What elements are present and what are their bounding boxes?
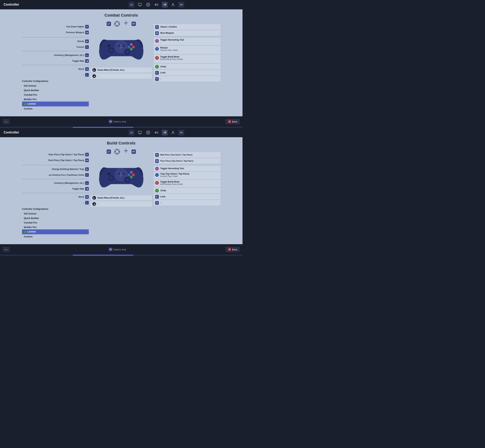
panel-1: Combat Controls Aim Down Sights LT Previ… [0,9,242,116]
nav-gamepad-icon[interactable] [162,2,168,8]
svg-text:A: A [131,176,132,178]
inventory-row-2: Inventory (Management, etc.) ▲ [22,181,89,186]
back-b-badge-2: B [228,248,231,251]
lt-badge-1: LT [85,25,89,29]
nav-sound-icon[interactable] [154,2,159,8]
bottom-gamepad-rows-2: ▶ Game Menu (Friends, etc.) ◀ - [91,195,152,208]
crouch-label: Crouch [76,46,84,48]
rt-trigger-icon-2: RT [131,150,136,154]
floor-piece-row: RB Floor Piece (Tap Select / Tap Place) [154,158,220,164]
r2-badge-2: R2 [155,201,159,205]
nav-gamepad-icon-2[interactable] [162,130,168,136]
config-list-2: Old School Quick Builder Combat Pro Buil… [22,211,89,239]
svg-text:Y: Y [131,44,132,45]
emote-label: Emote [77,40,84,43]
config-builder-pro-1[interactable]: Builder Pro [22,97,89,102]
toggle-harvest-label: Toggle Harvesting Tool [160,39,219,41]
svg-point-12 [125,50,129,54]
back-b-badge-1: B [228,120,231,123]
options-row-1: ◀ - [91,74,152,79]
svg-rect-21 [118,45,120,47]
ls-press-row-1: - L↓ [22,72,89,77]
nav-monitor-icon-2[interactable] [137,130,143,136]
config-old-school-1[interactable]: Old School [22,83,89,88]
scroll-bar-2[interactable] [0,255,242,256]
nav-gear-icon-2[interactable] [145,130,151,136]
nav-gear-icon[interactable] [145,2,151,8]
config-section-1: Controller Configurations Old School Qui… [22,80,89,111]
nav-profile-icon[interactable] [170,2,176,8]
config-custom-1[interactable]: Custom [22,106,89,111]
divider-2c [22,193,89,193]
roof-piece-label: Roof Piece (Tap Select / Tap Place) [48,159,84,162]
left-controls-1: Aim Down Sights LT Previous Weapon LB Em… [22,21,91,111]
trap-label: Trap (Tap Select / Tap Place) [160,173,219,175]
nav-lb-icon[interactable]: LB [129,2,134,8]
x-dash: - [160,51,219,53]
wall-piece-row: RT Wall Piece (Tap Select / Tap Place) [154,152,220,157]
svg-point-10 [109,48,113,52]
toggle-build-label: Toggle Build Mode [160,56,219,58]
app-title-2: Controller [4,131,19,134]
nav-rb-icon[interactable]: RB [178,2,184,8]
config-combat-pro-2[interactable]: Combat Pro [22,220,89,225]
back-label-1: Back [232,120,237,123]
inventory-row-1: Inventory (Management, etc.) ▲ [22,53,89,58]
back-button-2[interactable]: B Back [226,247,240,252]
back-button-1[interactable]: B Back [226,119,240,124]
interact-label-2: Interact (Tap / Hold) [160,175,219,177]
game-menu-label-2: Game Menu (Friends, etc.) [97,197,124,199]
nav-rb-icon-2[interactable]: RB [178,130,184,136]
config-old-school-2[interactable]: Old School [22,211,89,216]
rt-badge-attack: RT [155,25,159,29]
dpad-right-badge-2: ▶ [85,167,89,171]
svg-point-24 [165,132,165,132]
lb-badge-1: LB [85,31,89,34]
config-quick-builder-2[interactable]: Quick Builder [22,216,89,220]
x-button-row-1: X Reload Interact (Tap / Hold) - [154,46,220,54]
aim-down-sights-label: Aim Down Sights [66,25,84,28]
crouch-row: Crouch ▼ [22,45,89,50]
nav-profile-icon-2[interactable] [170,130,176,136]
attack-confirm-row: RT Attack / Confirm [154,24,220,30]
svg-point-26 [172,131,174,132]
config-combat-pro-1[interactable]: Combat Pro [22,93,89,97]
right-controls-2: RT Wall Piece (Tap Select / Tap Place) R… [152,148,220,206]
svg-rect-23 [138,131,141,133]
config-limited-1[interactable]: ALimited [22,102,89,106]
nav-bar-2: Controller LB RB [0,128,242,137]
ls-press-label-1: - [83,74,84,76]
inventory-label-2: Inventory (Management, etc.) [54,182,84,184]
nav-lb-icon-2[interactable]: LB [129,130,134,136]
minus-button-2[interactable]: — [3,247,9,252]
dpad-down-badge-2: ▼ [85,173,89,177]
r2-row-1: R2 - [154,76,220,81]
toggle-build-label-2: Toggle Build Mode [160,181,219,183]
svg-text:X: X [129,174,129,176]
controller-area-1: Aim Down Sights LT Previous Weapon LB Em… [0,21,242,111]
center-area-1: LT RT [91,21,152,80]
scroll-bar-1[interactable] [0,127,242,128]
config-custom-2[interactable]: Custom [22,234,89,239]
controller-area-2: Stair Piece (Tap Select / Tap Place) LT … [0,148,242,239]
rb-badge-floor: RB [155,159,159,163]
config-quick-builder-1[interactable]: Quick Builder [22,88,89,93]
config-builder-pro-2[interactable]: Builder Pro [22,225,89,229]
nav-monitor-icon[interactable] [137,2,143,8]
toggle-harvest-sub: - [160,41,219,43]
emote-row: Emote ▶ [22,39,89,44]
aim-down-sights-row: Aim Down Sights LT [66,24,89,29]
nav-sound-icon-2[interactable] [154,130,159,136]
change-material-label: Change Building Material / Trap [52,168,84,170]
svg-text:Y: Y [131,172,132,173]
a-badge-1: A [155,65,159,69]
edit-building-label: Edit Building Piece (Hold) [160,58,219,60]
bottom-gamepad-rows-1: ▶ Game Menu (Friends, etc.) ◀ - [91,67,152,80]
minus-button-1[interactable]: — [3,119,9,124]
config-title-2: Controller Configurations [22,208,89,210]
b-dash: - [160,60,219,62]
config-limited-2[interactable]: ALimited [22,229,89,234]
panel-2-title: Build Controls [0,141,242,145]
gamepad-1: F Y B X A [98,29,145,65]
svg-text:F: F [120,172,123,178]
